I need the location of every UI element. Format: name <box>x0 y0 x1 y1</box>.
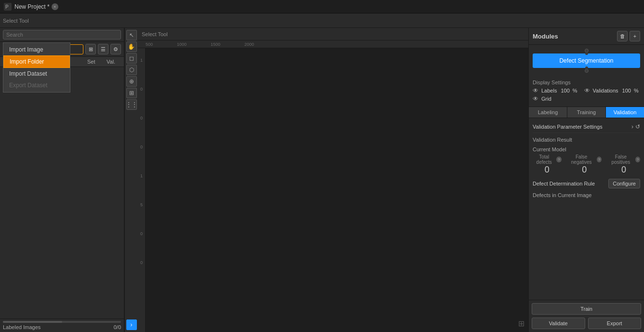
right-panel-actions: 🗑 + <box>617 31 640 41</box>
left-status: Labeled Images 0/0 <box>0 319 124 332</box>
false-negatives-label: False negatives ? <box>567 154 602 165</box>
export-dataset-item: Export Dataset <box>3 80 70 91</box>
ruler-horizontal: 500 1000 1500 2000 <box>138 40 528 48</box>
canvas-grid-icon[interactable]: ⊞ <box>518 319 524 328</box>
nav-right-btn[interactable]: › <box>126 319 137 330</box>
stats-row: Total defects ? 0 False negatives ? 0 <box>533 154 640 175</box>
false-positives-help[interactable]: ? <box>635 157 640 162</box>
validations-label: Validations <box>593 88 618 93</box>
import-export-dropdown: Import Image Import Folder Import Datase… <box>3 42 70 93</box>
total-defects-value: 0 <box>533 165 562 175</box>
list-view-icon[interactable]: ☰ <box>98 44 108 54</box>
false-positives-stat: False positives ? 0 <box>607 154 640 175</box>
total-defects-help[interactable]: ? <box>556 157 561 162</box>
grid-view-icon[interactable]: ⊞ <box>85 44 96 54</box>
defect-rule-row: Defect Determination Rule Configure <box>533 179 640 188</box>
false-negatives-value: 0 <box>567 165 602 175</box>
export-button[interactable]: Export <box>588 318 642 329</box>
title-bar-close[interactable]: × <box>52 3 58 10</box>
import-dataset-item[interactable]: Import Dataset <box>3 68 70 80</box>
main-toolbar: Select Tool <box>0 13 644 28</box>
tab-validation[interactable]: Validation <box>606 107 644 118</box>
settings-icon[interactable]: ⚙ <box>110 44 121 54</box>
validation-result-title: Validation Result <box>533 137 640 143</box>
configure-button[interactable]: Configure <box>608 179 640 188</box>
ruler-vertical: 1 0 0 0 1 5 0 0 <box>138 48 146 332</box>
rect-tool-btn[interactable]: ◻ <box>126 53 137 64</box>
defects-current-image-label: Defects in Current Image <box>533 192 640 198</box>
title-bar: P New Project * × <box>0 0 644 13</box>
total-defects-stat: Total defects ? 0 <box>533 154 562 175</box>
defect-rule-label: Defect Determination Rule <box>533 181 595 186</box>
connector-bottom <box>585 69 589 73</box>
left-panel: Import/Export ▾ ⊞ ☰ ⚙ Import Image Impor… <box>0 28 124 332</box>
modules-title: Modules <box>533 33 558 40</box>
grid-tool-btn[interactable]: ⊞ <box>126 88 137 98</box>
progress-bar <box>3 321 121 323</box>
progress-bar-fill <box>3 321 62 323</box>
dots-tool-btn[interactable]: ⋮⋮ <box>126 99 137 110</box>
param-settings-icons: › ↺ <box>631 123 640 130</box>
canvas-select-tool: Select Tool <box>142 31 168 37</box>
display-settings: Display Settings 👁 Labels 100 % 👁 Valida… <box>529 77 644 107</box>
add-module-btn[interactable]: + <box>630 31 640 41</box>
select-tool-label: Select Tool <box>3 18 29 24</box>
search-input[interactable] <box>3 30 121 40</box>
train-button[interactable]: Train <box>532 303 641 315</box>
tab-row: Labeling Training Validation <box>529 107 644 118</box>
pan-tool-btn[interactable]: ✋ <box>126 41 137 52</box>
param-settings-label: Validation Parameter Settings <box>533 124 603 130</box>
validations-eye-icon[interactable]: 👁 <box>584 87 590 94</box>
right-footer-2: Validate Export <box>529 318 644 332</box>
false-positives-value: 0 <box>607 165 640 175</box>
image-table <box>0 67 124 319</box>
display-settings-title: Display Settings <box>533 80 640 85</box>
validate-button[interactable]: Validate <box>532 318 585 329</box>
title-bar-title: New Project * <box>14 3 50 10</box>
select-tool-btn[interactable]: ↖ <box>126 30 137 40</box>
param-settings-arrow[interactable]: › <box>631 123 633 130</box>
param-settings-row: Validation Parameter Settings › ↺ <box>533 121 640 133</box>
col-val: Val. <box>107 59 121 65</box>
false-negatives-stat: False negatives ? 0 <box>567 154 602 175</box>
false-positives-label: False positives ? <box>607 154 640 165</box>
labels-eye-icon[interactable]: 👁 <box>533 87 538 94</box>
cross-tool-btn[interactable]: ⊕ <box>126 76 137 87</box>
grid-label: Grid <box>541 96 551 102</box>
delete-module-btn[interactable]: 🗑 <box>617 31 628 41</box>
tool-sidebar: ↖ ✋ ◻ ⬡ ⊕ ⊞ ⋮⋮ › <box>124 28 138 332</box>
right-panel-header: Modules 🗑 + <box>529 28 644 45</box>
import-image-item[interactable]: Import Image <box>3 44 70 55</box>
col-set: Set <box>87 59 107 65</box>
labeled-images-label: Labeled Images <box>3 324 40 330</box>
defect-seg-container: Defect Segmentation <box>529 45 644 77</box>
validations-pct-unit: % <box>634 88 639 93</box>
app-icon: P <box>4 3 12 11</box>
right-panel: Modules 🗑 + Defect Segmentation Display … <box>528 28 644 332</box>
tab-training[interactable]: Training <box>567 107 606 118</box>
search-bar <box>0 28 124 42</box>
grid-display-row: 👁 Grid <box>533 95 640 102</box>
total-defects-label: Total defects ? <box>533 154 562 165</box>
labeled-images-count: 0/0 <box>114 324 121 330</box>
false-negatives-help[interactable]: ? <box>597 157 602 162</box>
canvas-toolbar: Select Tool <box>138 28 528 40</box>
defect-segmentation-button[interactable]: Defect Segmentation <box>533 53 640 68</box>
param-settings-reset[interactable]: ↺ <box>635 123 640 130</box>
right-footer: Train <box>529 300 644 318</box>
import-folder-item[interactable]: Import Folder <box>3 55 70 68</box>
grid-eye-icon[interactable]: 👁 <box>533 95 538 102</box>
labels-pct-unit: % <box>573 88 577 93</box>
polygon-tool-btn[interactable]: ⬡ <box>126 65 137 75</box>
current-model-label: Current Model <box>533 146 640 152</box>
labels-label: Labels <box>541 88 557 93</box>
validations-pct: 100 <box>622 88 631 93</box>
svg-text:P: P <box>5 4 9 10</box>
labels-pct: 100 <box>561 88 569 93</box>
canvas-area: Select Tool 500 1000 1500 2000 1 0 0 0 1… <box>138 28 528 332</box>
tab-labeling[interactable]: Labeling <box>529 107 567 118</box>
canvas-main[interactable]: ⊞ <box>146 48 528 332</box>
validation-content: Validation Parameter Settings › ↺ Valida… <box>529 118 644 300</box>
labels-display-row: 👁 Labels 100 % 👁 Validations 100 % <box>533 87 640 94</box>
